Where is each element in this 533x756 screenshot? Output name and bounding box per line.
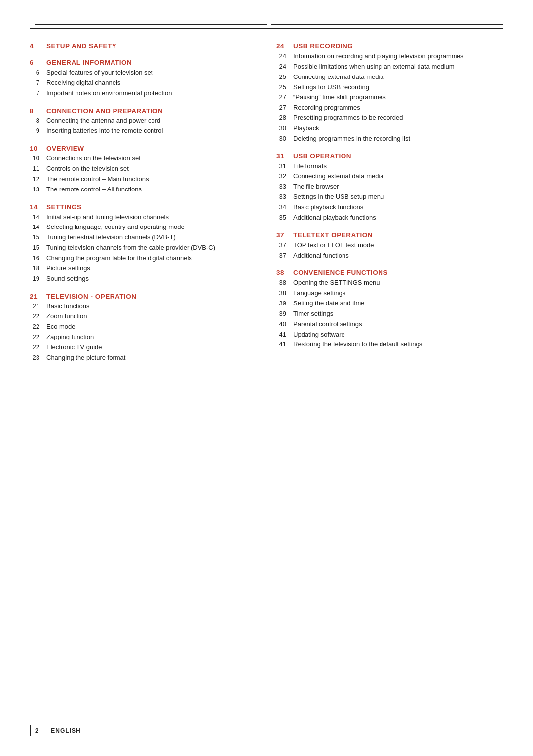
toc-entry: 27“Pausing” time shift programmes [276,93,503,102]
entry-num: 39 [276,309,286,319]
entry-num: 11 [30,164,39,174]
toc-entry: 22Zoom function [30,312,257,321]
toc-section: 4SETUP AND SAFETY [30,42,257,50]
entry-label: Special features of your television set [46,68,152,77]
left-column: 4SETUP AND SAFETY6GENERAL INFORMATION6Sp… [30,42,257,372]
toc-section: 10OVERVIEW10Connections on the televisio… [30,145,257,194]
toc-entry: 38Language settings [276,289,503,298]
entry-num: 30 [276,134,286,144]
entry-num: 25 [276,83,286,92]
entry-label: Opening the SETTINGS menu [293,278,380,288]
page-title [30,24,503,29]
section-title: USB OPERATION [293,152,351,160]
entry-num: 30 [276,124,286,133]
section-num: 38 [276,269,286,276]
entry-num: 35 [276,213,286,223]
section-title: OVERVIEW [46,145,84,152]
entry-num: 27 [276,103,286,113]
entry-num: 24 [276,52,286,61]
entry-label: Deleting programmes in the recording lis… [293,134,410,144]
toc-entry: 34Basic playback functions [276,203,503,212]
section-header: 38CONVENIENCE FUNCTIONS [276,269,503,276]
section-num: 21 [30,293,39,300]
section-title: SETTINGS [46,203,82,211]
entry-label: The file browser [293,182,339,191]
section-header: 14SETTINGS [30,203,257,211]
toc-entry: 19Sound settings [30,274,257,284]
toc-entry: 14Selecting language, country and operat… [30,223,257,232]
toc-entry: 10Connections on the television set [30,154,257,163]
section-title: CONNECTION AND PREPARATION [46,107,163,114]
section-header: 8CONNECTION AND PREPARATION [30,107,257,114]
entry-num: 7 [30,89,39,98]
entry-num: 15 [30,233,39,242]
toc-entry: 31File formats [276,162,503,171]
entry-label: “Pausing” time shift programmes [293,93,386,102]
entry-label: Changing the picture format [46,353,125,363]
toc-entry: 13The remote control – All functions [30,185,257,194]
entry-label: Picture settings [46,264,90,273]
toc-entry: 12The remote control – Main functions [30,175,257,184]
entry-label: Connections on the television set [46,154,141,163]
entry-label: Important notes on environmental protect… [46,89,172,98]
entry-label: Basic functions [46,302,89,311]
section-num: 31 [276,152,286,160]
toc-entry: 16Changing the program table for the dig… [30,254,257,263]
section-header: 4SETUP AND SAFETY [30,42,257,50]
section-title: GENERAL INFORMATION [46,59,132,66]
toc-entry: 7Receiving digital channels [30,78,257,88]
toc-entry: 27Recording programmes [276,103,503,113]
entry-label: Connecting external data media [293,73,384,82]
entry-num: 28 [276,113,286,123]
toc-entry: 41Updating software [276,330,503,340]
toc-entry: 28Presetting programmes to be recorded [276,113,503,123]
toc-entry: 40Parental control settings [276,320,503,329]
section-header: 37TELETEXT OPERATION [276,231,503,239]
entry-num: 13 [30,185,39,194]
entry-num: 21 [30,302,39,311]
section-header: 21TELEVISION - OPERATION [30,293,257,300]
entry-num: 22 [30,312,39,321]
toc-entry: 7Important notes on environmental protec… [30,89,257,98]
entry-label: Presetting programmes to be recorded [293,113,403,123]
entry-label: Restoring the television to the default … [293,340,422,349]
toc-section: 6GENERAL INFORMATION6Special features of… [30,59,257,98]
entry-label: Settings for USB recording [293,83,369,92]
section-title: TELETEXT OPERATION [293,231,373,239]
title-text [35,24,266,25]
entry-label: Basic playback functions [293,203,363,212]
toc-entry: 33The file browser [276,182,503,191]
toc-section: 31USB OPERATION31File formats32Connectin… [276,152,503,223]
section-num: 8 [30,107,39,114]
toc-entry: 8Connecting the antenna and power cord [30,116,257,126]
toc-section: 14SETTINGS14Initial set-up and tuning te… [30,203,257,284]
entry-label: Timer settings [293,309,333,319]
entry-num: 8 [30,116,39,126]
entry-num: 41 [276,340,286,349]
entry-num: 14 [30,213,39,222]
toc-entry: 38Opening the SETTINGS menu [276,278,503,288]
section-title: TELEVISION - OPERATION [46,293,137,300]
right-column: 24USB RECORDING24Information on recordin… [276,42,503,372]
entry-label: Parental control settings [293,320,362,329]
footer-bar [30,725,31,736]
section-header: 10OVERVIEW [30,145,257,152]
toc-entry: 15Tuning terrestrial television channels… [30,233,257,242]
entry-num: 22 [30,333,39,342]
entry-num: 15 [30,243,39,253]
toc-section: 24USB RECORDING24Information on recordin… [276,42,503,144]
entry-label: Setting the date and time [293,299,365,308]
toc-entry: 14Initial set-up and tuning television c… [30,213,257,222]
entry-num: 24 [276,62,286,72]
entry-label: Initial set-up and tuning television cha… [46,213,169,222]
entry-num: 37 [276,241,286,250]
entry-num: 12 [30,175,39,184]
entry-label: Possible limitations when using an exter… [293,62,455,72]
entry-num: 14 [30,223,39,232]
footer-language: ENGLISH [51,727,80,734]
entry-num: 10 [30,154,39,163]
section-num: 24 [276,42,286,50]
toc-entry: 41Restoring the television to the defaul… [276,340,503,349]
section-header: 6GENERAL INFORMATION [30,59,257,66]
entry-num: 40 [276,320,286,329]
